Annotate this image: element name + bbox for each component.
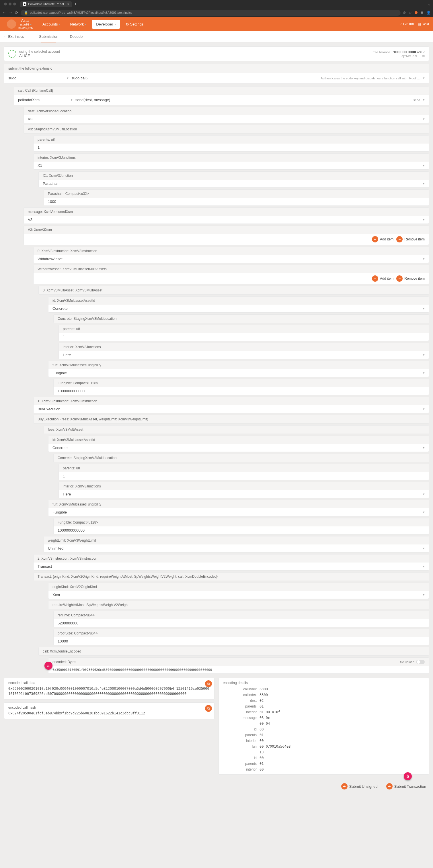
reftime-input[interactable]: 5200000000 [58, 621, 78, 625]
new-tab-button[interactable]: + [74, 2, 77, 6]
nav-settings[interactable]: ⚙ Settings [122, 20, 148, 29]
fun-label: fun: XcmV3MultiassetFungibility [49, 361, 429, 369]
interior-select[interactable]: Here [63, 492, 71, 496]
interior-select[interactable]: X1 [37, 163, 42, 168]
chevron-down-icon[interactable]: ▾ [423, 371, 425, 375]
extension-icon[interactable] [415, 11, 417, 14]
table-row: parents01 [223, 761, 424, 766]
search-icon[interactable]: ⊙ [403, 10, 406, 14]
method-hint: Authenticates the sudo key and dispatche… [321, 76, 420, 80]
chevron-down-icon[interactable]: ▾ [423, 353, 425, 357]
url-input[interactable]: 🔒 polkadot.js.org/apps/?rpc=ws%3A%2F%2Fl… [21, 10, 401, 16]
chevron-down-icon[interactable]: ▾ [423, 117, 425, 121]
chevron-down-icon[interactable]: ▾ [423, 76, 425, 80]
fun-select[interactable]: Fungible [53, 371, 67, 375]
close-tab-icon[interactable]: × [67, 2, 69, 6]
chevron-down-icon[interactable]: ▾ [423, 257, 425, 261]
chevron-down-icon[interactable]: ▾ [423, 547, 425, 550]
copy-icon[interactable]: ⧉ [423, 54, 425, 58]
chevron-down-icon[interactable]: ▾ [423, 164, 425, 167]
instr2-select[interactable]: Transact [37, 564, 52, 568]
chevron-down-icon[interactable]: ▾ [423, 446, 425, 450]
upload-toggle[interactable] [416, 660, 425, 664]
chevron-down-icon[interactable]: ▾ [423, 510, 425, 514]
fungible-label: Fungible: Compact<u128> [54, 518, 429, 526]
chevron-down-icon[interactable]: ⌄ [428, 2, 431, 6]
fungible-input[interactable]: 1000000000000 [58, 389, 85, 393]
chevron-down-icon[interactable]: ▾ [423, 98, 425, 102]
profile-icon[interactable]: 👤 [426, 10, 431, 14]
nav-developer[interactable]: Developer ▾ [92, 20, 120, 29]
chevron-down-icon[interactable]: ▾ [67, 76, 68, 80]
chevron-down-icon[interactable]: ▾ [423, 593, 425, 597]
account-avatar-icon [8, 50, 16, 58]
window-controls[interactable] [2, 3, 18, 5]
instr0-label: 0: XcmV3Instruction: XcmV3Instruction [33, 247, 429, 255]
copy-data-button[interactable]: ⧉ [205, 680, 212, 687]
instr1-select[interactable]: BuyExecution [37, 407, 60, 411]
forward-button[interactable]: → [9, 10, 12, 15]
encoded-input[interactable]: 0x3500010100591f007369626cd6070000000000… [53, 668, 212, 672]
table-row: id00 [223, 727, 424, 732]
back-button[interactable]: ← [2, 10, 6, 15]
parents-input[interactable]: 1 [63, 335, 65, 339]
add-item-button[interactable]: +Add item [372, 275, 394, 282]
fun-select[interactable]: Fungible [53, 510, 67, 515]
id-select[interactable]: Concrete [53, 445, 68, 450]
wiki-link[interactable]: ▤ Wiki [418, 22, 429, 26]
remove-item-button[interactable]: −Remove item [396, 275, 425, 282]
tab-decode[interactable]: Decode [64, 31, 88, 42]
chevron-down-icon[interactable]: ▾ [423, 492, 425, 496]
chevron-down-icon[interactable]: ▾ [423, 407, 425, 411]
account-label: using the selected account [19, 50, 373, 54]
fungible-input[interactable]: 1000000000000 [58, 528, 85, 532]
originkind-select[interactable]: Xcm [53, 593, 60, 597]
parents-label: parents: u8 [59, 325, 429, 333]
instr0-select[interactable]: WithdrawAsset [37, 257, 62, 261]
fun-label: fun: XcmV3MultiassetFungibility [49, 500, 429, 508]
add-item-button[interactable]: +Add item [372, 236, 394, 242]
nav-network[interactable]: Network ▾ [66, 20, 91, 29]
chevron-down-icon[interactable]: ▾ [423, 564, 425, 568]
message-select[interactable]: V3 [28, 217, 32, 222]
id-select[interactable]: Concrete [53, 306, 68, 311]
parents-input[interactable]: 1 [63, 474, 65, 478]
table-row: interior01 00 a10f [223, 710, 424, 715]
submit-unsigned-button[interactable]: ➜Submit Unsigned [338, 781, 380, 791]
call-label: call: Call (RuntimeCall) [14, 87, 429, 95]
remove-item-button[interactable]: −Remove item [396, 236, 425, 242]
module-select[interactable]: sudo [8, 76, 16, 80]
encoded-hash-value: 0x024f20590e61fcf3eb874bb9f1bc9d225b6082… [8, 711, 210, 716]
balance-value: 100,000.0000 [393, 50, 416, 54]
parents-input[interactable]: 1 [37, 145, 39, 150]
table-row: interior00 [223, 738, 424, 743]
x1-select[interactable]: Parachain [43, 181, 60, 186]
id-label: id: XcmV3MultiassetAssetId [49, 297, 429, 305]
star-icon[interactable]: ☆ [409, 10, 412, 14]
submit-transaction-button[interactable]: ➜Submit Transaction [383, 781, 429, 791]
call-method-select[interactable]: send(dest, message) [76, 98, 110, 102]
github-link[interactable]: ⑂ GitHub [400, 22, 414, 26]
nav-accounts[interactable]: Accounts ▾ [38, 20, 64, 29]
account-selector[interactable]: ALICE [19, 54, 373, 58]
copy-hash-button[interactable]: ⧉ [205, 705, 212, 712]
chevron-down-icon[interactable]: ▾ [423, 182, 425, 185]
proofsize-input[interactable]: 10000 [58, 639, 68, 643]
interior-label: interior: XcmV3Junctions [59, 343, 429, 351]
chain-selector[interactable]: Astar astar92 ▾ #6,849,166 [18, 18, 33, 30]
interior-label: interior: XcmV3Junctions [33, 154, 429, 162]
call-module-select[interactable]: polkadotXcm [18, 98, 39, 102]
browser-tab[interactable]: ◆ Polkadot/Substrate Portal × [20, 1, 72, 7]
reload-button[interactable]: ⟳ [15, 10, 18, 15]
chevron-down-icon[interactable]: ▾ [423, 307, 425, 310]
extension-menu-icon[interactable]: ☰ [421, 10, 424, 14]
weightlimit-select[interactable]: Unlimited [48, 546, 63, 551]
dest-select[interactable]: V3 [28, 117, 32, 121]
chevron-down-icon[interactable]: ▾ [71, 98, 73, 102]
interior-select[interactable]: Here [63, 353, 71, 357]
method-select[interactable]: sudo(call) [71, 76, 87, 80]
table-row: parents01 [223, 704, 424, 709]
tab-submission[interactable]: Submission [34, 31, 63, 42]
chevron-down-icon[interactable]: ▾ [423, 218, 425, 221]
parachain-input[interactable]: 1000 [48, 199, 56, 204]
